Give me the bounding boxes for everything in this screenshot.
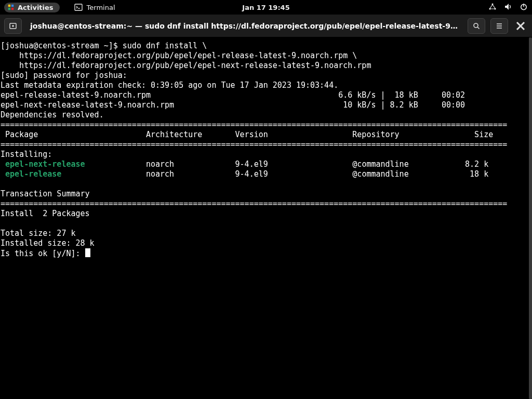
package-name: epel-next-release (1, 159, 85, 169)
svg-rect-0 (8, 5, 10, 7)
close-button[interactable] (513, 19, 528, 33)
deps-line: Dependencies resolved. (1, 110, 104, 119)
command-line: sudo dnf install \ (123, 41, 207, 50)
search-button[interactable] (468, 18, 485, 34)
window-title: joshua@centos-stream:~ — sudo dnf instal… (27, 22, 462, 30)
section-label: Installing: (1, 150, 52, 159)
section-label: Transaction Summary (1, 189, 90, 198)
rule-line: ========================================… (1, 199, 507, 208)
scrollbar[interactable] (529, 37, 532, 399)
terminal-icon (74, 3, 83, 11)
gnome-topbar: Activities Terminal Jan 17 19:45 (0, 0, 532, 15)
table-header: Package Architecture Version Repository … (1, 130, 493, 139)
svg-rect-1 (11, 5, 14, 7)
activities-button[interactable]: Activities (4, 3, 60, 12)
cursor (85, 248, 90, 257)
command-line: https://dl.fedoraproject.org/pub/epel/ep… (1, 51, 357, 60)
rule-line: ========================================… (1, 120, 507, 129)
network-icon[interactable] (488, 3, 497, 12)
svg-rect-4 (75, 4, 82, 10)
system-tray (488, 3, 528, 12)
terminal-output[interactable]: [joshua@centos-stream ~]$ sudo dnf insta… (0, 37, 529, 399)
window-titlebar: joshua@centos-stream:~ — sudo dnf instal… (0, 15, 532, 37)
shell-prompt: [joshua@centos-stream ~]$ (1, 41, 123, 50)
package-row: noarch 9-4.el9 @commandline 18 k (61, 169, 488, 179)
package-row: noarch 9-4.el9 @commandline 8.2 k (85, 159, 489, 169)
rule-line: ========================================… (1, 140, 507, 149)
metadata-line: Last metadata expiration check: 0:39:05 … (1, 81, 338, 90)
total-size: Total size: 27 k (1, 229, 76, 238)
new-tab-button[interactable] (4, 18, 22, 34)
clock[interactable]: Jan 17 19:45 (242, 4, 289, 11)
volume-icon[interactable] (504, 3, 512, 12)
hamburger-menu-button[interactable] (490, 18, 508, 34)
svg-rect-3 (11, 8, 14, 10)
confirm-prompt: Is this ok [y/N]: (1, 249, 85, 258)
activities-label: Activities (18, 4, 54, 11)
sudo-prompt: [sudo] password for joshua: (1, 71, 132, 80)
scrollbar-thumb[interactable] (529, 37, 532, 399)
app-menu-label: Terminal (87, 4, 115, 11)
installed-size: Installed size: 28 k (1, 238, 95, 248)
command-line: https://dl.fedoraproject.org/pub/epel/ep… (1, 61, 371, 70)
svg-line-15 (477, 27, 480, 29)
package-name: epel-release (1, 169, 61, 179)
install-count: Install 2 Packages (1, 209, 90, 218)
power-icon[interactable] (520, 3, 528, 12)
download-line: epel-next-release-latest-9.noarch.rpm 10… (1, 100, 484, 110)
svg-rect-2 (8, 8, 10, 10)
download-line: epel-release-latest-9.noarch.rpm 6.6 kB/… (1, 90, 484, 100)
app-menu[interactable]: Terminal (74, 3, 115, 11)
activities-icon (7, 4, 15, 11)
svg-point-14 (474, 23, 478, 28)
